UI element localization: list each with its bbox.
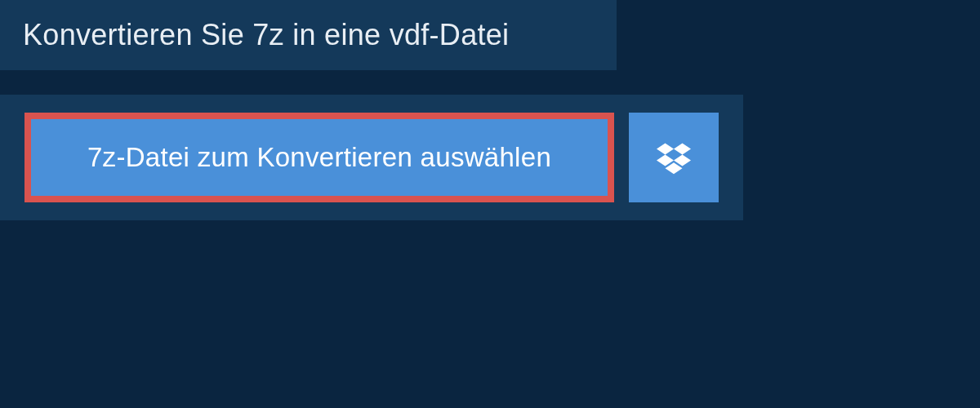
- header-bar: Konvertieren Sie 7z in eine vdf-Datei: [0, 0, 617, 70]
- action-panel: 7z-Datei zum Konvertieren auswählen: [0, 95, 743, 220]
- dropbox-button[interactable]: [629, 113, 719, 202]
- page-title: Konvertieren Sie 7z in eine vdf-Datei: [23, 18, 594, 52]
- select-file-button[interactable]: 7z-Datei zum Konvertieren auswählen: [24, 113, 614, 202]
- dropbox-icon: [657, 140, 691, 175]
- select-file-label: 7z-Datei zum Konvertieren auswählen: [87, 142, 551, 173]
